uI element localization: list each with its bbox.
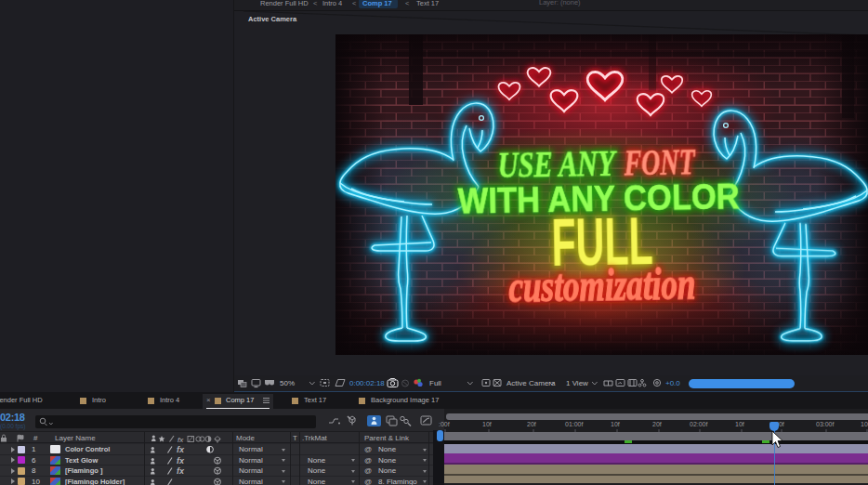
svg-text:fx: fx [177,445,185,454]
svg-text:customization: customization [508,257,696,311]
svg-text:fx: fx [178,436,184,444]
svg-text:fx: fx [177,456,185,465]
svg-text:fx: fx [177,466,185,476]
